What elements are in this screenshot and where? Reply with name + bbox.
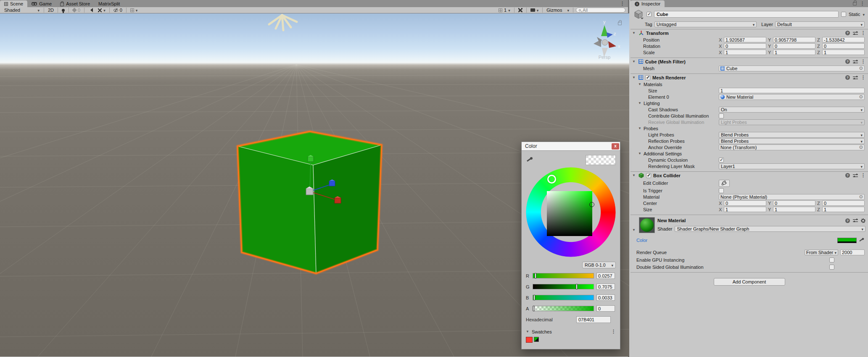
help-icon[interactable] — [845, 31, 850, 35]
position-x-field[interactable]: 1.920587 — [724, 37, 766, 42]
gameobject-active-checkbox[interactable] — [646, 12, 652, 17]
slider-track-g[interactable] — [533, 284, 594, 289]
persp-label[interactable]: Persp — [588, 55, 621, 60]
gizmos-dropdown[interactable]: Gizmos — [545, 8, 563, 13]
center-z-field[interactable]: 0 — [822, 200, 865, 206]
hex-input[interactable]: 07B401 — [576, 316, 611, 323]
gizmo-cone-x[interactable] — [608, 41, 616, 48]
tab-matrixsplit[interactable]: MatrixSplit — [94, 0, 124, 7]
is-trigger-checkbox[interactable] — [719, 188, 724, 193]
hue-wheel[interactable] — [526, 167, 616, 257]
scene-camera-dropdown[interactable] — [529, 8, 540, 13]
scale-y-field[interactable]: 1 — [773, 50, 815, 55]
materials-foldout[interactable]: Materials — [631, 81, 868, 87]
rotation-x-field[interactable]: 0 — [724, 43, 766, 49]
gear-icon[interactable] — [861, 218, 865, 223]
physic-material-field[interactable]: None (Physic Material) — [719, 194, 865, 200]
preset-icon[interactable] — [853, 218, 858, 223]
toggle-2d-button[interactable]: 2D — [47, 8, 55, 13]
static-dropdown-caret[interactable] — [863, 12, 865, 17]
mesh-renderer-enabled-checkbox[interactable] — [645, 75, 650, 80]
shader-dropdown[interactable]: Shader Graphs/New Shader Graph — [675, 226, 865, 232]
color-mode-dropdown[interactable]: RGB 0-1.0 — [582, 262, 616, 268]
gizmo-center[interactable] — [602, 39, 608, 45]
double-sided-gi-checkbox[interactable] — [829, 265, 834, 270]
object-picker-icon[interactable] — [859, 194, 863, 199]
rotation-z-field[interactable]: 0 — [822, 43, 865, 49]
scene-search-input[interactable]: All — [576, 8, 625, 13]
static-checkbox[interactable] — [841, 12, 846, 17]
slider-track-r[interactable] — [533, 273, 594, 278]
gpu-instancing-checkbox[interactable] — [829, 257, 834, 262]
scale-z-field[interactable]: 1 — [822, 50, 865, 55]
mesh-filter-foldout[interactable] — [632, 60, 636, 63]
dynamic-occlusion-checkbox[interactable] — [719, 158, 724, 163]
gameobject-name-field[interactable]: Cube — [654, 11, 839, 18]
center-y-field[interactable]: 0 — [773, 200, 815, 206]
scale-x-field[interactable]: 1 — [724, 50, 766, 55]
slider-value-a[interactable]: 0 — [596, 305, 615, 312]
reflection-probes-dropdown[interactable]: Blend Probes — [719, 138, 865, 144]
additional-settings-foldout[interactable]: Additional Settings — [631, 150, 868, 157]
contribute-gi-checkbox[interactable] — [719, 113, 724, 118]
preset-icon[interactable] — [853, 59, 858, 64]
slider-value-b[interactable]: 0.0033 — [596, 294, 615, 301]
slider-track-a[interactable] — [533, 306, 594, 311]
tab-inspector[interactable]: Inspector — [631, 0, 665, 7]
preset-icon[interactable] — [853, 75, 858, 80]
color-dialog-titlebar[interactable]: Color x — [522, 142, 620, 151]
box-collider-menu-icon[interactable] — [861, 173, 865, 178]
rotation-y-field[interactable]: 0 — [773, 43, 815, 49]
grid-snap-dropdown[interactable]: 1 — [497, 8, 512, 13]
slider-track-b[interactable] — [533, 295, 594, 300]
inspector-lock-icon[interactable] — [853, 2, 857, 5]
color-eyedropper-icon[interactable] — [859, 238, 864, 243]
hidden-objects-button[interactable]: 0 — [112, 8, 124, 13]
sv-marker[interactable] — [589, 202, 594, 207]
preset-icon[interactable] — [853, 31, 858, 35]
layer-dropdown[interactable]: Default — [775, 21, 865, 27]
mesh-renderer-menu-icon[interactable] — [861, 75, 865, 80]
inspector-menu-icon[interactable] — [860, 1, 865, 6]
transform-foldout[interactable] — [632, 31, 636, 35]
mesh-object-field[interactable]: Cube — [719, 66, 865, 71]
tag-dropdown[interactable]: Untagged — [654, 21, 757, 27]
material-preview-thumbnail[interactable] — [639, 217, 655, 233]
cast-shadows-dropdown[interactable]: On — [719, 107, 865, 113]
scene-effects-dropdown[interactable] — [97, 8, 107, 13]
mesh-renderer-foldout[interactable] — [632, 76, 636, 79]
edit-collider-button[interactable] — [719, 180, 730, 187]
scene-audio-button[interactable] — [87, 8, 94, 13]
component-tools-button[interactable] — [517, 8, 524, 13]
gameobject-cube-icon[interactable] — [633, 9, 644, 20]
scene-cube[interactable] — [237, 131, 382, 273]
object-picker-icon[interactable] — [859, 145, 863, 150]
object-picker-icon[interactable] — [859, 66, 863, 71]
rendering-layer-mask-dropdown[interactable]: Layer1 — [719, 163, 865, 169]
position-y-field[interactable]: 0.9057798 — [773, 37, 815, 42]
swatches-foldout[interactable]: Swatches — [526, 329, 552, 334]
tab-asset-store[interactable]: Asset Store — [56, 0, 94, 7]
shading-mode-dropdown[interactable]: Shaded — [3, 8, 41, 13]
material-color-swatch[interactable] — [837, 238, 857, 243]
position-z-field[interactable]: -1.533842 — [822, 37, 865, 42]
grid-visibility-dropdown[interactable] — [129, 8, 139, 13]
lighting-foldout[interactable]: Lighting — [631, 100, 868, 106]
render-queue-value-field[interactable]: 2000 — [840, 249, 865, 255]
help-icon[interactable] — [845, 173, 850, 178]
render-queue-dropdown[interactable]: From Shader — [805, 249, 838, 255]
gizmo-cone-z[interactable] — [607, 32, 613, 38]
help-icon[interactable] — [845, 75, 850, 80]
object-picker-icon[interactable] — [859, 94, 863, 99]
scene-tab-menu-icon[interactable] — [620, 1, 625, 6]
close-button[interactable]: x — [612, 143, 619, 150]
scene-lighting-button[interactable] — [61, 8, 66, 13]
hue-ring-marker[interactable] — [547, 175, 556, 184]
size-x-field[interactable]: 1 — [724, 207, 766, 212]
box-collider-foldout[interactable] — [632, 173, 636, 177]
tab-game[interactable]: Game — [27, 0, 56, 7]
gizmos-caret[interactable] — [566, 8, 570, 13]
materials-size-field[interactable]: 1 — [719, 88, 865, 93]
tab-scene[interactable]: Scene — [0, 0, 27, 7]
center-x-field[interactable]: 0 — [724, 200, 766, 206]
